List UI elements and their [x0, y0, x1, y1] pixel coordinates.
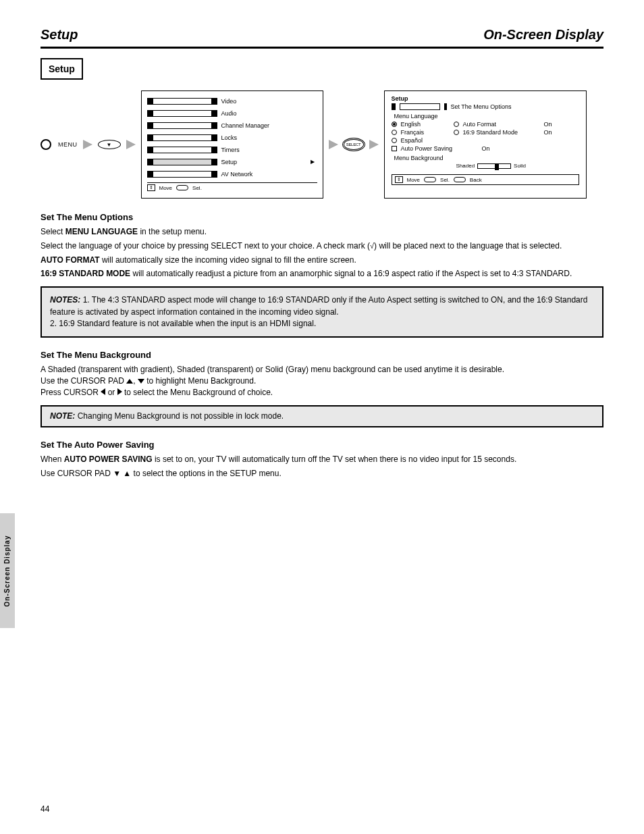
setup-subpanel: Setup Set The Menu Options Menu Language…: [384, 90, 587, 199]
note-box-2: NOTE: Changing Menu Background is not po…: [41, 405, 603, 427]
radio-icon: [454, 122, 459, 127]
menu-item[interactable]: Video: [221, 98, 237, 105]
menu-item-selected[interactable]: Setup: [221, 159, 238, 165]
menu-options-p2: Select the language of your choice by pr…: [41, 240, 603, 252]
cursor-down-icon: ▼: [98, 140, 121, 149]
main-menu-panel: Video Audio Channel Manager Locks Timers…: [141, 90, 323, 199]
language-option[interactable]: English Auto Format On: [392, 121, 579, 128]
triangle-left-icon: [101, 388, 105, 395]
side-tab: On-Screen Display: [0, 513, 15, 628]
setup-subpanel-title: Setup: [392, 95, 579, 102]
radio-icon: [392, 122, 397, 127]
page-number: 44: [41, 804, 49, 814]
select-pill-icon: [176, 185, 188, 190]
menu-language-label: Menu Language: [394, 113, 579, 120]
menu-background-label: Menu Background: [394, 155, 579, 161]
menu-item[interactable]: Locks: [221, 134, 238, 141]
triangle-right-icon: [117, 388, 122, 395]
menu-item[interactable]: Audio: [221, 110, 237, 117]
menu-item[interactable]: AV Network: [221, 171, 253, 178]
note-box-1: NOTES: 1. The 4:3 STANDARD aspect mode w…: [41, 286, 603, 338]
menu-footer: ⇕Move Sel.: [147, 182, 317, 191]
menu-options-p1: Select MENU LANGUAGE in the setup menu.: [41, 226, 603, 238]
language-option[interactable]: Español: [392, 137, 579, 144]
flow-row: MENU ▼ Video Audio Channel Manager Locks…: [41, 90, 603, 199]
menu-button-icon: [41, 139, 51, 150]
triangle-down-icon: [138, 379, 144, 384]
header-right: On-Screen Display: [483, 27, 603, 43]
select-button-icon: SELECT: [344, 139, 364, 150]
auto-power-p1: When AUTO POWER SAVING is set to on, you…: [41, 454, 603, 465]
check-icon: √: [370, 242, 374, 250]
arrow-icon: [369, 140, 379, 149]
chevron-right-icon: ▶: [311, 159, 315, 165]
setup-footer: ⇕Move Sel. Back: [392, 174, 579, 185]
arrow-icon: [126, 140, 136, 149]
updown-icon: ⇕: [147, 184, 155, 191]
radio-icon: [454, 130, 459, 135]
menu-item[interactable]: Channel Manager: [221, 122, 270, 129]
radio-icon: [392, 130, 397, 135]
arrow-icon: [83, 140, 92, 149]
language-option[interactable]: Français 16:9 Standard Mode On: [392, 129, 579, 136]
heading-menu-background: Set The Menu Background: [41, 350, 603, 360]
menu-item[interactable]: Timers: [221, 147, 240, 153]
auto-power-saving-row[interactable]: Auto Power Saving On: [392, 145, 579, 152]
menu-background-slider[interactable]: Shaded Solid: [456, 163, 579, 169]
auto-power-p2: Use CURSOR PAD ▼ ▲ to select the options…: [41, 468, 603, 479]
header-left: Setup: [41, 27, 78, 43]
setup-box: Setup: [41, 58, 83, 80]
menu-options-p4: 16:9 STANDARD MODE will automatically re…: [41, 268, 603, 280]
menu-button-label: MENU: [58, 141, 78, 148]
triangle-up-icon: [126, 379, 133, 384]
header-rule: [41, 47, 603, 49]
setup-section-heading: Set The Menu Options: [451, 103, 512, 110]
arrow-icon: [329, 140, 338, 149]
select-pill-icon: [424, 177, 436, 182]
checkbox-icon: [392, 146, 397, 151]
radio-icon: [392, 138, 397, 143]
back-pill-icon: [454, 177, 466, 182]
menu-background-p1: A Shaded (transparent with gradient), Sh…: [41, 364, 603, 398]
heading-menu-options: Set The Menu Options: [41, 212, 603, 222]
updown-icon: ⇕: [395, 176, 403, 183]
heading-auto-power: Set The Auto Power Saving: [41, 440, 603, 450]
menu-options-p3: AUTO FORMAT will automatically size the …: [41, 255, 603, 266]
